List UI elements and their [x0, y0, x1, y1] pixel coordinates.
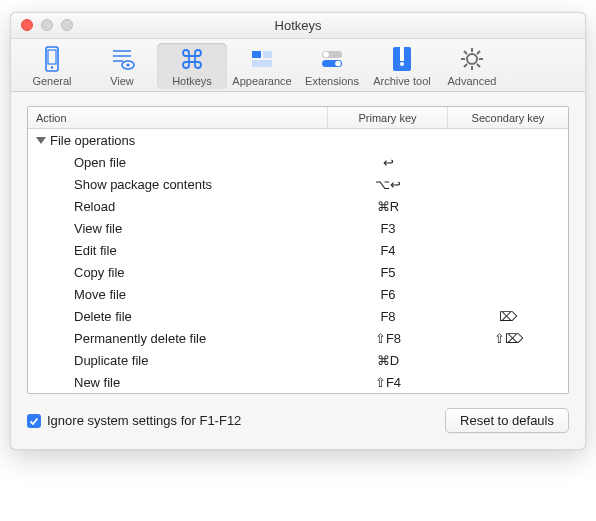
- cell-primary: F6: [328, 287, 448, 302]
- window-title: Hotkeys: [275, 18, 322, 33]
- cell-action: Duplicate file: [28, 353, 328, 368]
- col-secondary[interactable]: Secondary key: [448, 107, 568, 128]
- toolbar: General View Hotkeys Appearance Extensio…: [11, 39, 585, 92]
- hotkeys-table: Action Primary key Secondary key File op…: [27, 106, 569, 394]
- toggles-icon: [318, 45, 346, 73]
- cell-primary: ⌘D: [328, 353, 448, 368]
- table-row[interactable]: Edit fileF4: [28, 239, 568, 261]
- table-row[interactable]: Move fileF6: [28, 283, 568, 305]
- table-row[interactable]: View fileF3: [28, 217, 568, 239]
- tab-general[interactable]: General: [17, 43, 87, 89]
- cell-primary: ↩: [328, 155, 448, 170]
- cell-secondary: ⌦: [448, 309, 568, 324]
- tab-extensions[interactable]: Extensions: [297, 43, 367, 89]
- tab-label: Advanced: [448, 75, 497, 87]
- archive-icon: [388, 45, 416, 73]
- cell-primary: ⇧F4: [328, 375, 448, 390]
- tab-label: Archive tool: [373, 75, 430, 87]
- svg-line-25: [464, 64, 467, 67]
- cell-action: Show package contents: [28, 177, 328, 192]
- table-header: Action Primary key Secondary key: [28, 107, 568, 129]
- svg-rect-10: [252, 60, 272, 67]
- table-row[interactable]: Delete fileF8⌦: [28, 305, 568, 327]
- col-action[interactable]: Action: [28, 107, 328, 128]
- tab-archive-tool[interactable]: Archive tool: [367, 43, 437, 89]
- tab-label: Appearance: [232, 75, 291, 87]
- content-area: Action Primary key Secondary key File op…: [11, 92, 585, 449]
- reset-button[interactable]: Reset to defauls: [445, 408, 569, 433]
- table-row[interactable]: New file⇧F4: [28, 371, 568, 393]
- svg-rect-8: [252, 51, 261, 58]
- cell-action: Open file: [28, 155, 328, 170]
- table-body: File operations Open file↩Show package c…: [28, 129, 568, 393]
- cell-primary: ⌘R: [328, 199, 448, 214]
- cell-action: Copy file: [28, 265, 328, 280]
- tab-advanced[interactable]: Advanced: [437, 43, 507, 89]
- group-label: File operations: [50, 133, 135, 148]
- cell-primary: F4: [328, 243, 448, 258]
- titlebar: Hotkeys: [11, 13, 585, 39]
- footer: Ignore system settings for F1-F12 Reset …: [27, 408, 569, 433]
- cell-action: Permanently delete file: [28, 331, 328, 346]
- table-row[interactable]: Permanently delete file⇧F8⇧⌦: [28, 327, 568, 349]
- svg-line-26: [477, 51, 480, 54]
- cell-primary: ⌥↩: [328, 177, 448, 192]
- table-row[interactable]: Open file↩: [28, 151, 568, 173]
- tab-label: Hotkeys: [172, 75, 212, 87]
- svg-point-17: [400, 62, 404, 66]
- svg-rect-9: [263, 51, 272, 58]
- cell-primary: F8: [328, 309, 448, 324]
- tab-label: View: [110, 75, 134, 87]
- list-eye-icon: [108, 45, 136, 73]
- minimize-icon[interactable]: [41, 19, 53, 31]
- table-row[interactable]: Copy fileF5: [28, 261, 568, 283]
- preferences-window: Hotkeys General View Hotkeys Appearance: [10, 12, 586, 450]
- table-row[interactable]: Show package contents⌥↩: [28, 173, 568, 195]
- close-icon[interactable]: [21, 19, 33, 31]
- svg-line-24: [477, 64, 480, 67]
- svg-point-14: [335, 61, 341, 67]
- cell-primary: F5: [328, 265, 448, 280]
- command-icon: [178, 45, 206, 73]
- tab-hotkeys[interactable]: Hotkeys: [157, 43, 227, 89]
- appearance-icon: [248, 45, 276, 73]
- cell-action: View file: [28, 221, 328, 236]
- disclosure-triangle-icon[interactable]: [36, 137, 46, 144]
- svg-rect-1: [48, 50, 56, 64]
- cell-primary: ⇧F8: [328, 331, 448, 346]
- group-row[interactable]: File operations: [28, 129, 568, 151]
- svg-rect-16: [400, 47, 404, 61]
- table-row[interactable]: Reload⌘R: [28, 195, 568, 217]
- window-controls: [21, 19, 73, 31]
- tab-view[interactable]: View: [87, 43, 157, 89]
- col-primary[interactable]: Primary key: [328, 107, 448, 128]
- svg-point-2: [51, 66, 53, 68]
- checkbox-label: Ignore system settings for F1-F12: [47, 413, 241, 428]
- svg-point-12: [323, 52, 329, 58]
- checkbox-icon: [27, 414, 41, 428]
- cell-primary: F3: [328, 221, 448, 236]
- zoom-icon[interactable]: [61, 19, 73, 31]
- tab-appearance[interactable]: Appearance: [227, 43, 297, 89]
- tab-label: Extensions: [305, 75, 359, 87]
- table-row[interactable]: Duplicate file⌘D: [28, 349, 568, 371]
- cell-action: Reload: [28, 199, 328, 214]
- cell-action: Delete file: [28, 309, 328, 324]
- cell-action: Edit file: [28, 243, 328, 258]
- svg-point-7: [126, 63, 129, 66]
- cell-action: Move file: [28, 287, 328, 302]
- cell-action: New file: [28, 375, 328, 390]
- phone-icon: [38, 45, 66, 73]
- svg-line-23: [464, 51, 467, 54]
- svg-point-18: [467, 54, 477, 64]
- ignore-fkeys-checkbox[interactable]: Ignore system settings for F1-F12: [27, 413, 241, 428]
- cell-secondary: ⇧⌦: [448, 331, 568, 346]
- tab-label: General: [32, 75, 71, 87]
- gear-icon: [458, 45, 486, 73]
